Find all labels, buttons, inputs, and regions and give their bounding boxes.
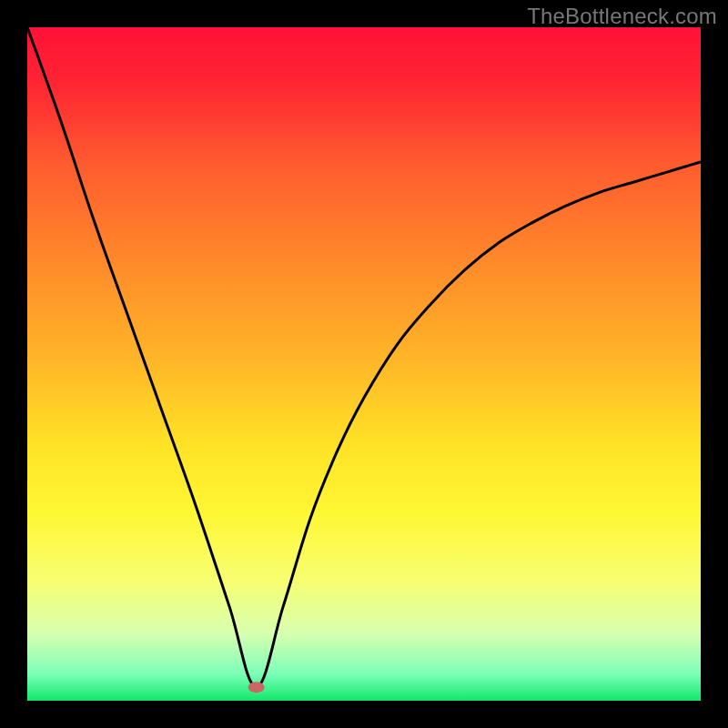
minimum-marker bbox=[248, 682, 265, 693]
watermark-text: TheBottleneck.com bbox=[527, 4, 717, 29]
gradient-background bbox=[27, 27, 701, 701]
plot-area bbox=[27, 27, 701, 701]
chart-svg bbox=[27, 27, 701, 701]
chart-frame: TheBottleneck.com bbox=[0, 0, 728, 728]
